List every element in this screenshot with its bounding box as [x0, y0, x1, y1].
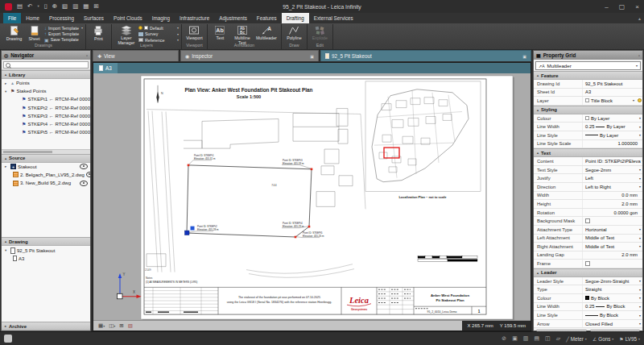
property-grid-pin-icon[interactable]: ▫ — [638, 53, 640, 58]
search-input[interactable] — [3, 61, 89, 69]
horizontal-scrollbar[interactable] — [2, 149, 90, 154]
frame-checkbox[interactable] — [585, 261, 590, 266]
drawing-canvas[interactable]: N Plan View: Anker West Foundation Pit S… — [93, 73, 530, 320]
tree-item-stkept1[interactable]: ⚑ STKEPt1 ← RTCM-Ref 0000 (07/10/ — [2, 95, 90, 103]
tab-point-clouds[interactable]: Point Clouds — [109, 13, 147, 23]
stake-point[interactable] — [188, 164, 190, 167]
tab-sheet-a3[interactable]: A3 — [93, 63, 118, 73]
angle-unit-dropdown[interactable]: ∠ Gons▾ — [592, 336, 613, 342]
delete-icon[interactable]: ▯ — [44, 0, 47, 13]
layer-default-dropdown[interactable]: Default ▾ — [138, 25, 179, 31]
tab-infrastructure[interactable]: Infrastructure — [175, 13, 214, 23]
ortho-toggle-icon[interactable]: ▥ — [523, 335, 529, 342]
tab-imaging[interactable]: Imaging — [147, 13, 175, 23]
layer-lightbulb-icon[interactable] — [638, 98, 642, 102]
tree-item-newbuild-dwg[interactable]: 3. New_Build 95_2.dwg — [2, 179, 90, 187]
annotation-stkept3[interactable]: Point ID: STKEPt3 Elevation: 455.33 m — [283, 159, 304, 165]
tree-item-points[interactable]: ▸ ▲ Points — [2, 79, 90, 87]
workspace-toggle-icon[interactable]: ▱ — [556, 335, 560, 342]
tree-item-stakeout[interactable]: ▸ + Stakeout — [2, 163, 90, 171]
settings-icon[interactable]: ⊕ — [52, 0, 57, 13]
grid-toggle-icon[interactable]: ▣ — [512, 335, 518, 342]
survey-layer-button[interactable]: Survey ▾ — [138, 31, 179, 38]
stake-point[interactable] — [295, 236, 297, 239]
save-template-button[interactable]: ▣ Save Template — [44, 37, 83, 43]
layer-visibility-icon[interactable]: ▦▾ — [98, 321, 105, 331]
section-drawing[interactable]: ▴ Drawing — [2, 237, 90, 246]
tab-home[interactable]: Home — [21, 13, 44, 23]
tab-inspector[interactable]: ◉ Inspector ▣ — [180, 50, 319, 61]
section-styling[interactable]: ▴Styling — [534, 106, 642, 114]
expander-icon[interactable]: ▸ — [5, 164, 9, 168]
tab-surfaces[interactable]: Surfaces — [79, 13, 109, 23]
undo-dropdown-icon[interactable]: ▾ — [37, 0, 39, 13]
entity-type-selector[interactable]: ↗A Multileader ▾ — [535, 61, 641, 70]
tab-file[interactable]: File — [3, 13, 21, 23]
zoom-extents-icon[interactable]: ⊞ — [119, 321, 123, 330]
snapshot-icon[interactable]: ▧ — [62, 0, 68, 13]
selection-grip[interactable] — [191, 227, 195, 231]
close-tab-icon[interactable]: ▣ — [522, 54, 526, 59]
tab-view[interactable]: ✚ View — [93, 50, 179, 61]
visibility-eye-icon[interactable] — [86, 172, 90, 177]
minimize-button[interactable]: – — [605, 3, 608, 10]
leica-logo-icon[interactable] — [5, 3, 12, 10]
expander-icon[interactable]: ▾ — [5, 248, 9, 252]
export-icon[interactable]: ⊞ — [93, 0, 98, 13]
tab-adjustments[interactable]: Adjustments — [214, 13, 252, 23]
collapse-ribbon-icon[interactable]: ▴ — [638, 13, 641, 23]
section-source[interactable]: ▴ Source — [2, 154, 90, 163]
selected-stake-point[interactable] — [185, 231, 190, 235]
coordinate-system-dropdown[interactable]: ⚑ LV95▾ — [619, 336, 640, 342]
section-feature[interactable]: ▴Feature — [534, 71, 642, 80]
close-tab-icon[interactable]: ▣ — [310, 54, 314, 59]
navigator-pin-icon[interactable]: ▫ — [86, 53, 88, 58]
explode-button[interactable]: Explode — [310, 24, 330, 41]
stake-point[interactable] — [311, 168, 313, 171]
tab-external-services[interactable]: External Services — [309, 13, 358, 23]
layers-toggle-icon[interactable]: ▤ — [534, 335, 539, 342]
tab-stakeout-drawing[interactable]: 92_5 Pit Stakeout ▣ — [320, 50, 531, 61]
visibility-eye-icon[interactable] — [80, 164, 88, 169]
tree-item-sheet-a3[interactable]: A3 — [2, 255, 90, 263]
panels-toggle-icon[interactable]: ◫ — [545, 335, 551, 342]
sheet-button[interactable]: Sheet — [24, 24, 44, 42]
view-style-icon[interactable]: ◫▾ — [109, 321, 115, 331]
new-document-icon[interactable]: ▤ — [17, 0, 23, 13]
tab-features[interactable]: Features — [252, 13, 282, 23]
print-button[interactable]: Print — [89, 24, 109, 42]
snap-toggle-icon[interactable]: ⊘ — [502, 335, 506, 342]
annotation-stkept5[interactable]: Point ID: STKEPt5 Elevation: 455.26 m — [303, 231, 324, 238]
tree-item-stkept4[interactable]: ⚑ STKEPt4 ← RTCM-Ref 0000 (07/10/ — [2, 120, 90, 128]
visibility-eye-icon[interactable] — [80, 181, 88, 186]
drawing-button[interactable]: Drawing — [4, 24, 24, 42]
image-icon[interactable]: ▦ — [83, 0, 89, 13]
distance-unit-dropdown[interactable]: ╱ Meter▾ — [566, 336, 587, 342]
expander-icon[interactable]: ▸ — [5, 81, 9, 85]
section-library[interactable]: ▴ Library — [2, 70, 90, 79]
section-archive[interactable]: ▸ Archive — [2, 322, 90, 330]
viewport-button[interactable]: Viewport — [184, 24, 204, 41]
background-mask-checkbox[interactable] — [585, 218, 590, 223]
text-button[interactable]: Ab Text — [210, 24, 230, 41]
maximize-button[interactable]: ▢ — [619, 3, 625, 10]
tree-item-stkept5[interactable]: ⚑ STKEPt5 ← RTCM-Ref 0000 (07/10/ — [2, 128, 90, 136]
status-panel-icon[interactable] — [4, 335, 12, 343]
tree-item-stkept3[interactable]: ⚑ STKEPt3 ← RTCM-Ref 0000 (07/10/ — [2, 112, 90, 120]
close-button[interactable]: × — [635, 3, 639, 10]
tab-processing[interactable]: Processing — [44, 13, 79, 23]
expander-icon[interactable]: ▾ — [5, 89, 9, 94]
annotation-stkept2-selected[interactable]: Point ID: STKEPt2 Elevation: 455.28 m — [197, 225, 219, 231]
tree-item-drawing-root[interactable]: ▾ 92_5 Pit Stakeout — [2, 246, 90, 254]
tab-drafting[interactable]: Drafting — [282, 13, 309, 23]
tree-item-stkept2[interactable]: ⚑ STKEPt2 ← RTCM-Ref 0000 (07/10/ — [2, 104, 90, 112]
tree-item-belgach-dwg[interactable]: 2. Belgach_Plan_LV95_2.dwg — [2, 171, 90, 179]
report-icon[interactable]: ▥ — [72, 0, 78, 13]
stake-point[interactable] — [308, 226, 311, 228]
annotation-stkept4[interactable]: Point ID: STKEPt4 Elevation: 455.29 m — [283, 222, 304, 228]
export-template-button[interactable]: ↑ Export Template — [44, 31, 83, 36]
multileader-button[interactable]: A Multileader — [254, 24, 279, 41]
import-template-button[interactable]: ↓ Import Template ▾ — [44, 25, 83, 31]
section-text[interactable]: ▴Text — [534, 148, 642, 157]
section-leader[interactable]: ▴Leader — [534, 268, 642, 277]
